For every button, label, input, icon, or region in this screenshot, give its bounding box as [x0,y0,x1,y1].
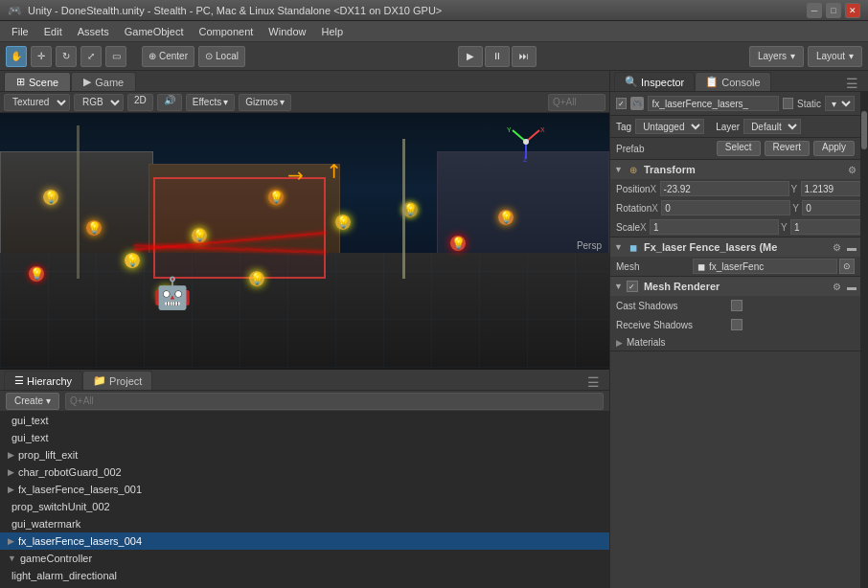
position-y-input[interactable] [801,181,860,196]
item-arrow: ▶ [8,485,14,494]
position-x-input[interactable] [660,181,789,196]
tab-project[interactable]: 📁 Project [82,371,152,390]
light-icon: 💡 [125,253,144,272]
move-tool[interactable]: ✛ [31,46,52,67]
list-item[interactable]: light_alarm_directional [0,567,609,584]
scene-search-input[interactable] [548,94,605,111]
light-icon: 💡 [498,210,517,229]
menu-file[interactable]: File [4,24,36,39]
list-item[interactable]: ▶ fx_laserFence_lasers_001 [0,481,609,498]
bottom-panel: ☰ Hierarchy 📁 Project ☰ Create ▾ [0,368,609,588]
list-item[interactable]: prop_switchUnit_002 [0,498,609,515]
list-item[interactable]: camera_main [0,584,609,588]
rotate-tool[interactable]: ↻ [56,46,77,67]
pause-button[interactable]: ⏸ [485,46,510,67]
console-icon: 📋 [705,76,719,88]
list-item[interactable]: ▶ char_robotGuard_002 [0,464,609,481]
play-button[interactable]: ▶ [458,46,483,67]
scene-viewport[interactable]: 💡 💡 💡 💡 💡 💡 [0,113,609,368]
mesh-renderer-checkbox[interactable]: ✓ [627,281,638,292]
mesh-filter-header[interactable]: ▼ ◼ Fx_laser Fence_lasers (Me ⚙ ▬ [610,237,860,257]
list-item[interactable]: ▼ gameController [0,550,609,567]
scale-tool[interactable]: ⤢ [80,46,102,67]
mesh-filter-title: Fx_laser Fence_lasers (Me [644,241,829,253]
receive-shadows-checkbox[interactable] [731,319,742,330]
audio-button[interactable]: 🔊 [157,94,182,111]
apply-button[interactable]: Apply [813,141,855,156]
scene-tab-label: Scene [29,77,58,88]
tag-select[interactable]: Untagged [635,119,704,134]
2d-button[interactable]: 2D [127,94,153,111]
layers-dropdown[interactable]: Layers ▾ [749,46,804,67]
hierarchy-search-input[interactable] [65,393,604,410]
pivot-icon: ⊕ [148,51,156,61]
object-name-input[interactable] [648,96,779,111]
center-button[interactable]: ⊕ Center [142,46,194,67]
tab-inspector[interactable]: 🔍 Inspector [614,72,695,91]
scale-y-input[interactable] [790,219,860,235]
render-mode-select[interactable]: Textured [4,94,70,111]
rotation-y-input[interactable] [802,200,860,215]
inspector-options-button[interactable]: ☰ [840,76,864,91]
item-arrow: ▶ [8,467,14,477]
menu-component[interactable]: Component [191,24,261,39]
rotation-x-input[interactable] [661,200,790,215]
hand-tool[interactable]: ✋ [6,46,27,67]
minimize-button[interactable]: ─ [807,3,822,18]
cast-shadows-checkbox[interactable] [731,300,742,311]
scene-game-tabs: ⊞ Scene ▶ Game [0,71,609,92]
scale-x-input[interactable] [650,219,779,235]
revert-button[interactable]: Revert [765,141,810,156]
svg-text:Y: Y [507,126,512,133]
transform-gear-icon[interactable]: ⚙ [848,165,857,175]
rect-tool[interactable]: ▭ [105,46,126,67]
list-item[interactable]: gui_text [0,429,609,446]
light-icon: 💡 [86,220,105,239]
tab-hierarchy[interactable]: ☰ Hierarchy [4,371,82,390]
tab-console[interactable]: 📋 Console [695,72,770,91]
gizmos-button[interactable]: Gizmos ▾ [239,94,291,111]
pole [77,125,80,279]
list-item[interactable]: gui_text [0,412,609,429]
step-button[interactable]: ⏭ [512,46,537,67]
center-label: Center [159,51,188,61]
static-dropdown[interactable]: ▾ [825,96,855,111]
hierarchy-options-button[interactable]: ☰ [582,374,605,390]
list-item-selected[interactable]: ▶ fx_laserFence_lasers_004 [0,532,609,550]
inspector-scroll-thumb[interactable] [861,111,867,149]
layers-label: Layers [758,51,787,61]
tab-scene[interactable]: ⊞ Scene [4,72,71,91]
menu-edit[interactable]: Edit [36,24,70,39]
mesh-renderer-settings-icon[interactable]: ⚙ [833,282,841,292]
effects-button[interactable]: Effects ▾ [186,94,235,111]
create-button[interactable]: Create ▾ [6,393,59,410]
static-checkbox[interactable] [783,98,793,109]
active-checkbox[interactable]: ✓ [616,98,627,109]
item-arrow: ▼ [8,554,16,563]
receive-shadows-label: Receive Shadows [616,320,731,330]
inspector-scrollbar[interactable] [860,92,868,588]
position-label: Position [616,184,651,194]
scale-x-label: X [640,222,650,233]
list-item[interactable]: ▶ prop_lift_exit [0,446,609,464]
transform-component: ▼ ⊕ Transform ⚙ Position X [610,160,860,237]
menu-assets[interactable]: Assets [70,24,117,39]
local-button[interactable]: ⊙ Local [198,46,245,67]
menu-window[interactable]: Window [261,24,313,39]
local-label: Local [216,51,239,61]
select-button[interactable]: Select [717,141,761,156]
color-mode-select[interactable]: RGB [74,94,124,111]
transform-header[interactable]: ▼ ⊕ Transform ⚙ [610,160,860,179]
mesh-filter-settings-icon[interactable]: ⚙ [833,242,841,253]
menu-gameobject[interactable]: GameObject [117,24,192,39]
list-item[interactable]: gui_watermark [0,515,609,532]
mesh-picker-button[interactable]: ⊙ [839,259,855,274]
layer-select[interactable]: Default [743,119,801,134]
materials-row[interactable]: ▶ Materials [610,334,860,351]
mesh-renderer-header[interactable]: ▼ ✓ Mesh Renderer ⚙ ▬ [610,277,860,296]
maximize-button[interactable]: □ [826,3,841,18]
tab-game[interactable]: ▶ Game [71,72,136,91]
close-button[interactable]: ✕ [845,3,860,18]
menu-help[interactable]: Help [313,24,351,39]
layout-dropdown[interactable]: Layout ▾ [808,46,862,67]
